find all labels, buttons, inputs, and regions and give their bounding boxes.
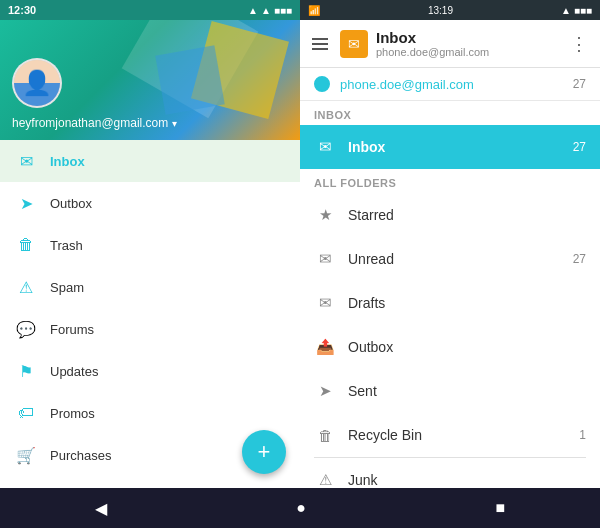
all-folders-label: ALL FOLDERS [300,169,600,193]
folder-recycle-count: 1 [579,428,586,442]
folder-sent-label: Sent [348,383,574,399]
right-title: Inbox [376,29,558,46]
folder-unread-label: Unread [348,251,561,267]
nav-label-forums: Forums [50,322,284,337]
folder-inbox-label: Inbox [348,139,561,155]
folder-item-drafts[interactable]: ✉ Drafts [300,281,600,325]
folder-item-unread[interactable]: ✉ Unread 27 [300,237,600,281]
nav-item-inbox[interactable]: ✉ Inbox [0,140,300,182]
nav-item-promos[interactable]: 🏷 Promos [0,392,300,434]
folder-item-sent[interactable]: ➤ Sent [300,369,600,413]
right-panel: 📶 13:19 ▲ ■■■ ✉ Inbox phone.doe@gmail.co… [300,0,600,488]
nav-item-forums[interactable]: 💬 Forums [0,308,300,350]
folder-starred-label: Starred [348,207,574,223]
folder-item-inbox[interactable]: ✉ Inbox 27 [300,125,600,169]
nav-label-inbox: Inbox [50,154,284,169]
bottom-navigation: ◀ ● ■ [0,488,600,528]
right-title-block: Inbox phone.doe@gmail.com [376,29,558,58]
promos-icon: 🏷 [16,404,36,422]
left-time: 12:30 [8,4,36,16]
back-button[interactable]: ◀ [79,491,123,526]
folder-item-junk[interactable]: ⚠ Junk [300,458,600,488]
updates-icon: ⚑ [16,362,36,381]
left-header: 👤 heyfromjonathan@gmail.com ▾ [0,20,300,140]
nav-item-spam[interactable]: ⚠ Spam [0,266,300,308]
account-row[interactable]: phone.doe@gmail.com 27 [300,68,600,101]
avatar-image: 👤 [14,60,60,106]
folder-recycle-label: Recycle Bin [348,427,567,443]
home-button[interactable]: ● [280,491,322,525]
folder-recycle-icon: 🗑 [314,427,336,444]
right-time: 13:19 [428,5,453,16]
right-subtitle: phone.doe@gmail.com [376,46,558,58]
folder-drafts-label: Drafts [348,295,574,311]
account-dot [314,76,330,92]
nav-item-updates[interactable]: ⚑ Updates [0,350,300,392]
outbox-icon: ➤ [16,194,36,213]
bg-shape-3 [155,45,225,115]
wifi-icon: 📶 [308,5,320,16]
folder-unread-icon: ✉ [314,250,336,268]
nav-label-outbox: Outbox [50,196,284,211]
account-email: phone.doe@gmail.com [340,77,563,92]
spam-icon: ⚠ [16,278,36,297]
nav-label-updates: Updates [50,364,284,379]
account-unread-count: 27 [573,77,586,91]
more-options-button[interactable]: ⋮ [566,29,592,59]
folder-item-starred[interactable]: ★ Starred [300,193,600,237]
header-email[interactable]: heyfromjonathan@gmail.com ▾ [12,116,288,130]
folder-unread-count: 27 [573,252,586,266]
recent-apps-button[interactable]: ■ [480,491,522,525]
folder-junk-icon: ⚠ [314,471,336,488]
trash-icon: 🗑 [16,236,36,254]
compose-fab[interactable]: + [242,430,286,474]
folder-inbox-icon: ✉ [314,138,336,156]
forums-icon: 💬 [16,320,36,339]
folder-item-recycle-bin[interactable]: 🗑 Recycle Bin 1 [300,413,600,457]
hamburger-menu[interactable] [308,34,332,54]
right-status-icons: ▲ ■■■ [561,5,592,16]
avatar: 👤 [12,58,62,108]
folder-item-outbox[interactable]: 📤 Outbox [300,325,600,369]
inbox-header-icon: ✉ [340,30,368,58]
nav-item-outbox[interactable]: ➤ Outbox [0,182,300,224]
nav-label-trash: Trash [50,238,284,253]
folder-junk-label: Junk [348,472,574,488]
mail-icon: ✉ [348,36,360,52]
folder-outbox-icon: 📤 [314,338,336,356]
folder-list: INBOX ✉ Inbox 27 ALL FOLDERS ★ Starred ✉… [300,101,600,488]
nav-item-trash[interactable]: 🗑 Trash [0,224,300,266]
purchases-icon: 🛒 [16,446,36,465]
dropdown-arrow-icon[interactable]: ▾ [172,118,177,129]
right-status-left: 📶 [308,5,320,16]
inbox-icon: ✉ [16,152,36,171]
right-status-bar: 📶 13:19 ▲ ■■■ [300,0,600,20]
inbox-section-label: INBOX [300,101,600,125]
nav-label-spam: Spam [50,280,284,295]
left-panel: 12:30 ▲ ▲ ■■■ 👤 heyfromjonathan@gmail.co… [0,0,300,488]
right-header: ✉ Inbox phone.doe@gmail.com ⋮ [300,20,600,68]
folder-starred-icon: ★ [314,206,336,224]
folder-sent-icon: ➤ [314,382,336,400]
nav-label-promos: Promos [50,406,284,421]
left-status-icons: ▲ ▲ ■■■ [248,5,292,16]
folder-outbox-label: Outbox [348,339,574,355]
folder-drafts-icon: ✉ [314,294,336,312]
left-status-bar: 12:30 ▲ ▲ ■■■ [0,0,300,20]
folder-inbox-count: 27 [573,140,586,154]
